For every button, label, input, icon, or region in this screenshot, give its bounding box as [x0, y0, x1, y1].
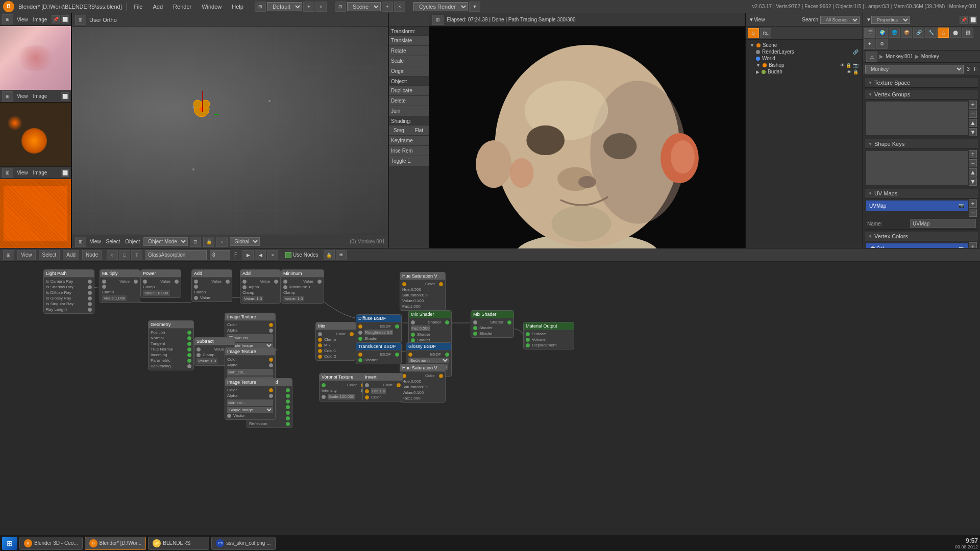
scale-button[interactable]: Scale — [389, 56, 429, 66]
prop-pin-icon[interactable]: 📌 — [960, 16, 968, 24]
prop-tab-physics[interactable]: ⚙ — [876, 39, 888, 49]
image-view-btn[interactable]: View — [15, 93, 30, 99]
node-add1[interactable]: Add Value Clamp Value — [191, 269, 232, 302]
icon-scene-selector[interactable]: ⊡ — [335, 2, 346, 12]
scene-item-scene[interactable]: ▼ Scene — [748, 42, 861, 48]
node-toolbar-icon1[interactable]: ▶ — [242, 250, 254, 260]
vertex-color-item[interactable]: ⬤ Col 📷 — [866, 243, 968, 248]
uv-add-btn[interactable]: + — [969, 199, 977, 208]
coord-select[interactable]: Global — [230, 237, 260, 246]
node-light-path[interactable]: Light Path Is Camera Ray Is Shadow Ray I… — [43, 269, 94, 314]
select-menu[interactable]: Select — [105, 238, 122, 245]
breadcrumb-object[interactable]: Monkey.001 — [886, 54, 913, 59]
node-canvas[interactable]: Light Path Is Camera Ray Is Shadow Ray I… — [0, 262, 980, 535]
image-bar2-pin[interactable]: ⬜ — [61, 169, 69, 177]
uv-maps-header[interactable]: UV Maps — [865, 189, 978, 198]
scene-item-renderlayers[interactable]: RenderLayers 🔗 — [748, 48, 861, 55]
use-nodes-checkbox[interactable] — [285, 252, 291, 258]
origin-button[interactable]: Origin — [389, 66, 429, 77]
icon-scene-add[interactable]: + — [382, 2, 393, 12]
taskbar-item-blender-ceo[interactable]: B Blender 3D - Ceo... — [19, 537, 83, 550]
taskbar-item-blender-active[interactable]: B Blender* [D:\Wor... — [85, 537, 146, 550]
node-mix-shader2[interactable]: Mix Shader Shader Shader Shader — [471, 310, 514, 338]
uv-map-item[interactable]: UVMap 📷 — [866, 201, 968, 211]
3d-view-canvas[interactable] — [72, 27, 388, 235]
prop-tab-material[interactable]: ⬤ — [950, 28, 961, 38]
node-geometry[interactable]: Geometry Position Normal Tangent True No… — [148, 320, 194, 370]
object-menu[interactable]: Object — [124, 238, 141, 245]
image-bar2-view[interactable]: View — [15, 169, 30, 176]
node-mix1[interactable]: Mix Color Clamp Mix Color1 Color2 — [315, 322, 356, 361]
viewport-bottom-mode-icon[interactable]: ⊞ — [75, 237, 86, 247]
menu-file[interactable]: File — [131, 3, 146, 11]
texture-space-header[interactable]: Texture Space — [865, 78, 978, 88]
uv-camera-icon[interactable]: 📷 — [958, 202, 965, 209]
scene-item-bishop[interactable]: ▼ Bishop 👁 🔒 📷 — [748, 62, 861, 68]
node-voronoi[interactable]: Voronoi Texture Color Intensity Scale:10… — [319, 373, 368, 402]
vg-down-btn[interactable]: ▼ — [969, 128, 977, 136]
taskbar-item-blenders[interactable]: 📁 BLENDERS — [148, 537, 209, 550]
node-view-menu[interactable]: View — [17, 250, 36, 260]
node-view-icon[interactable]: 👁 — [336, 250, 347, 260]
node-add-menu[interactable]: Add — [63, 250, 79, 260]
image-bar2-mode[interactable]: ⊞ — [2, 168, 13, 178]
node-diffuse[interactable]: Diffuse BSDF BSDF Roughness:0.0 Shader — [356, 314, 402, 343]
menu-window[interactable]: Window — [199, 3, 225, 11]
workspace-selector[interactable]: Default — [267, 2, 302, 11]
prop-data-icon[interactable]: △ — [866, 52, 877, 62]
duplicate-button[interactable]: Duplicate — [389, 86, 429, 96]
scene-icon-scene[interactable]: S — [748, 28, 759, 38]
sk-up-btn[interactable]: ▲ — [969, 168, 977, 177]
vg-up-btn[interactable]: ▲ — [969, 119, 977, 127]
node-type-icon[interactable]: ○ — [107, 250, 118, 260]
scene-panel-search[interactable]: Search — [802, 17, 818, 22]
node-editor[interactable]: ⊞ View Select Add Node ○ □ T F ▶ ◀ × — [0, 248, 980, 535]
prop-tab-world[interactable]: 🌐 — [889, 28, 900, 38]
view-menu[interactable]: View — [88, 238, 103, 245]
image-pin[interactable]: ⬜ — [61, 92, 69, 101]
menu-add[interactable]: Add — [150, 3, 166, 11]
vertex-groups-header[interactable]: Vertex Groups — [865, 90, 978, 99]
scene-item-world[interactable]: World — [748, 55, 861, 62]
breadcrumb-mesh[interactable]: Monkey — [921, 54, 939, 59]
keyframe-button[interactable]: Keyframe — [389, 136, 429, 146]
menu-help[interactable]: Help — [229, 3, 247, 11]
uv-name-value[interactable]: UVMap — [910, 219, 976, 228]
icon-workspace-add[interactable]: + — [303, 2, 314, 12]
inset-button[interactable]: Inse Rem — [389, 146, 429, 156]
icon-engine-settings[interactable]: ▼ — [469, 2, 480, 12]
prop-tab-constraints[interactable]: 🔗 — [913, 28, 924, 38]
vg-add-btn[interactable]: + — [969, 101, 977, 109]
icon-workspace-x[interactable]: × — [315, 2, 327, 12]
left-panel-maximize[interactable]: ⬜ — [61, 15, 69, 23]
smooth-button[interactable]: Smg — [389, 126, 409, 136]
node-image-tex3[interactable]: Image Texture Color Alpha skin col... Si… — [225, 378, 276, 420]
node-add2[interactable]: Add Value Alpha Clamp Value: 1.0 — [240, 269, 281, 304]
node-hue-sat1[interactable]: Hue Saturation V Color Hue:0.500 Saturat… — [400, 272, 446, 311]
node-mix-shader1[interactable]: Mix Shader Shader Fac:0.500 Shader Shade… — [408, 310, 452, 344]
node-mode-icon[interactable]: ⊞ — [3, 250, 14, 260]
node-minimum[interactable]: Minimum Value Minimum: 1 Clamp Value: 1.… — [281, 269, 324, 304]
image-image-btn[interactable]: Image — [32, 93, 49, 99]
prop-tab-scene[interactable]: 🌍 — [876, 28, 888, 38]
node-snap-icon[interactable]: 🔒 — [324, 250, 335, 260]
viewport-mode-icon[interactable]: ⊞ — [75, 15, 86, 25]
render-area[interactable] — [429, 27, 745, 272]
material-name-field[interactable] — [145, 250, 207, 260]
left-image-menu[interactable]: Image — [32, 16, 49, 23]
image-bar2-image[interactable]: Image — [32, 169, 49, 176]
rotate-button[interactable]: Rotate — [389, 46, 429, 56]
viewport-snap-icon[interactable]: 🔒 — [203, 237, 214, 247]
sk-add-btn[interactable]: + — [969, 150, 977, 158]
vc-add-btn[interactable]: + — [969, 242, 977, 248]
sk-remove-btn[interactable]: − — [969, 159, 977, 167]
flat-button[interactable]: Flat — [409, 126, 430, 136]
join-button[interactable]: Join — [389, 106, 429, 116]
icon-scene-x[interactable]: × — [394, 2, 405, 12]
prop-tab-render[interactable]: 🎬 — [864, 28, 875, 38]
render-engine-selector[interactable]: Cycles Render — [413, 2, 468, 11]
vertex-colors-header[interactable]: Vertex Colors — [865, 232, 978, 241]
data-fake-user[interactable]: F — [973, 66, 978, 72]
prop-tab-data[interactable]: △ — [938, 28, 949, 38]
node-toolbar-icon3[interactable]: × — [267, 250, 278, 260]
